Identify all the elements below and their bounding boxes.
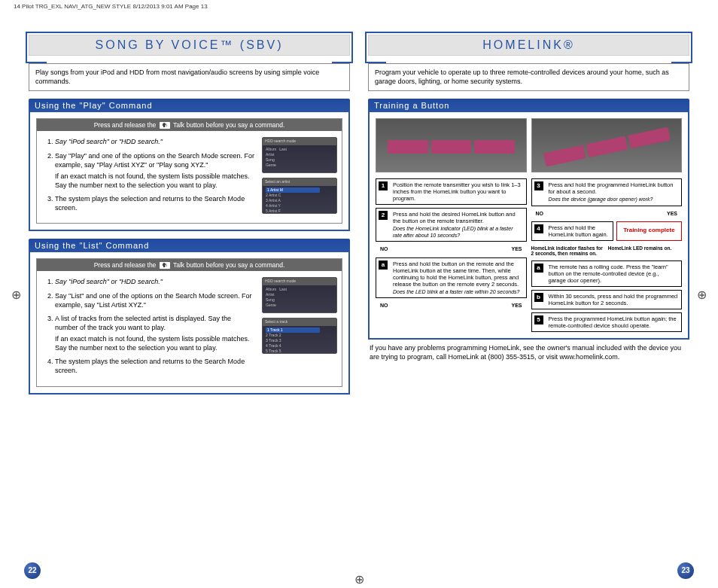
homelink-photo	[376, 118, 527, 172]
page-right: HOMELINK® Program your vehicle to operat…	[368, 29, 689, 573]
flow-step-3: 3Press and hold the programmed HomeLink …	[531, 178, 683, 206]
screen-mockup: Select a track 1 Track 12 Track 23 Track…	[262, 318, 337, 354]
flow-step-1: 1Position the remote transmitter you wis…	[376, 178, 527, 205]
section-title: HOMELINK®	[368, 35, 689, 56]
play-command-panel: Press and release the 🗣 Talk button befo…	[29, 112, 350, 231]
screen-title: Select an artist	[263, 178, 336, 186]
command-bar: Press and release the 🗣 Talk button befo…	[37, 259, 342, 271]
screen-title: HDD search mode	[263, 278, 336, 285]
subheader-training: Training a Button	[368, 99, 689, 112]
screen-title: HDD search mode	[263, 138, 336, 145]
training-panel: 1Position the remote transmitter you wis…	[368, 112, 689, 340]
flow-step-5: 5Press the programmed HomeLink button ag…	[531, 312, 683, 332]
bar-pre: Press and release the	[94, 121, 157, 129]
flow-note: HomeLink LED remains on.	[608, 245, 682, 256]
intro-text: Program your vehicle to operate up to th…	[368, 63, 689, 91]
registration-mark-icon: ⊕	[354, 572, 364, 586]
yes-label: YES	[511, 303, 522, 309]
bar-post: Talk button before you say a command.	[173, 121, 284, 129]
screen-mockup: HDD search mode Album LastArtistSongGenr…	[262, 137, 337, 173]
screen-mockup: HDD search mode Album LastArtistSongGenr…	[262, 277, 337, 313]
page-spread: SONG BY VOICE™ (SBV) Play songs from you…	[29, 29, 689, 573]
subheader-play: Using the "Play" Command	[29, 99, 350, 112]
no-label: NO	[380, 303, 388, 309]
step-text: Say "iPod search" or "HDD search."	[55, 278, 163, 285]
flow-note: HomeLink indicator flashes for 2 seconds…	[531, 245, 605, 256]
registration-mark-icon: ⊕	[697, 287, 707, 301]
list-steps: Say "iPod search" or "HDD search." Say "…	[41, 277, 256, 375]
talk-icon: 🗣	[160, 122, 170, 129]
bar-pre: Press and release the	[94, 261, 157, 269]
flow-step-4: 4Press and hold the HomeLink button agai…	[531, 221, 613, 241]
step-text: The system plays the selection and retur…	[55, 357, 256, 375]
step-text: A list of tracks from the selected artis…	[55, 315, 231, 331]
no-label: NO	[380, 246, 388, 252]
talk-icon: 🗣	[160, 262, 170, 269]
print-header: 14 Pilot TRG_EXL NAVI_ATG_NEW STYLE 8/12…	[14, 3, 208, 10]
flow-step-a: aPress and hold the button on the remote…	[376, 257, 527, 298]
page-number: 22	[24, 562, 41, 579]
step-note: If an exact match is not found, the syst…	[55, 172, 256, 190]
registration-mark-icon: ⊕	[11, 287, 21, 301]
section-title-wrap: SONG BY VOICE™ (SBV)	[29, 35, 350, 56]
step-text: The system plays the selection and retur…	[55, 194, 256, 212]
no-label: NO	[536, 211, 544, 217]
screen-mockup: Select an artist 1 Artist M2 Artist C3 A…	[262, 178, 337, 214]
homelink-photo	[531, 118, 683, 172]
screen-title: Select a track	[263, 318, 336, 326]
page-number: 23	[677, 562, 694, 579]
flow-step-b: bWithin 30 seconds, press and hold the p…	[531, 290, 683, 309]
step-text: Say "Play" and one of the options on the…	[55, 152, 254, 169]
flow-step-2: 2Press and hold the desired HomeLink but…	[376, 208, 527, 242]
yes-label: YES	[667, 211, 677, 217]
footer-note: If you have any problems programming Hom…	[368, 344, 689, 361]
section-title-wrap: HOMELINK®	[368, 35, 689, 56]
subheader-list: Using the "List" Command	[29, 239, 350, 252]
step-text: Say "iPod search" or "HDD search."	[55, 138, 163, 145]
intro-text: Play songs from your iPod and HDD from m…	[29, 63, 350, 91]
play-steps: Say "iPod search" or "HDD search." Say "…	[41, 137, 256, 212]
yes-label: YES	[511, 246, 522, 252]
flow-step-a-right: aThe remote has a rolling code. Press th…	[531, 260, 683, 287]
bar-post: Talk button before you say a command.	[173, 261, 284, 269]
step-text: Say "List" and one of the options on the…	[55, 291, 256, 309]
command-bar: Press and release the 🗣 Talk button befo…	[37, 119, 342, 131]
section-title: SONG BY VOICE™ (SBV)	[29, 35, 350, 56]
training-complete: Training complete	[616, 221, 682, 241]
flowchart: 1Position the remote transmitter you wis…	[376, 178, 682, 332]
list-command-panel: Press and release the 🗣 Talk button befo…	[29, 252, 350, 394]
page-left: SONG BY VOICE™ (SBV) Play songs from you…	[29, 29, 350, 573]
step-note: If an exact match is not found, the syst…	[55, 334, 256, 352]
